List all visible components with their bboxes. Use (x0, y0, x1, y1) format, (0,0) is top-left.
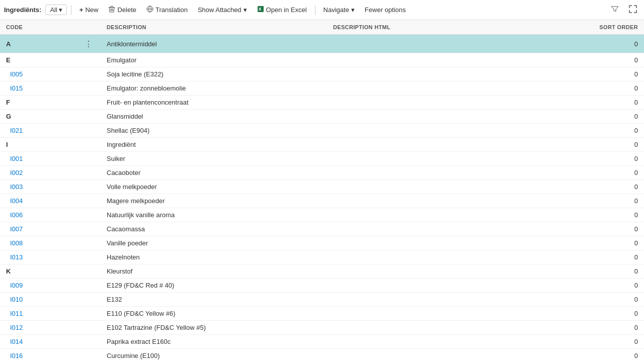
table-row[interactable]: I012E102 Tartrazine (FD&C Yellow #5)0 (0, 321, 644, 335)
open-excel-button[interactable]: X Open in Excel (253, 4, 311, 16)
table-row[interactable]: GGlansmiddel0 (0, 110, 644, 124)
code-value[interactable]: I001 (6, 155, 23, 162)
table-row[interactable]: KKleurstof0 (0, 264, 644, 279)
description-cell: Antiklontermiddel (101, 35, 327, 53)
code-value[interactable]: I011 (6, 310, 23, 317)
code-cell: I008 (0, 236, 101, 250)
code-value[interactable]: I009 (6, 282, 23, 289)
code-value[interactable]: I008 (6, 239, 23, 247)
table-row[interactable]: I005Soja lecitine (E322)0 (0, 67, 644, 81)
header-description[interactable]: DESCRIPTION (101, 20, 327, 35)
table-row[interactable]: I003Volle melkpoeder0 (0, 180, 644, 194)
sort-order-cell: 0 (593, 335, 644, 349)
delete-button[interactable]: Delete (104, 4, 140, 16)
excel-icon: X (257, 6, 264, 14)
code-cell: I015 (0, 81, 101, 96)
table-row[interactable]: IIngrediënt0 (0, 138, 644, 152)
table-row[interactable]: I008Vanille poeder0 (0, 236, 644, 250)
expand-icon-button[interactable] (626, 3, 640, 17)
code-value[interactable]: I010 (6, 296, 23, 303)
header-code[interactable]: CODE (0, 20, 101, 35)
code-value[interactable]: I012 (6, 324, 23, 331)
code-value[interactable]: I002 (6, 169, 23, 176)
description-html-cell (327, 180, 593, 194)
show-attached-chevron-icon: ▾ (244, 6, 247, 14)
code-cell: I014 (0, 335, 101, 349)
table-row[interactable]: I002Cacaoboter0 (0, 166, 644, 180)
svg-text:X: X (258, 7, 261, 12)
translation-icon (146, 6, 153, 14)
sort-order-cell: 0 (593, 194, 644, 208)
code-value[interactable]: I014 (6, 338, 23, 345)
navigate-button[interactable]: Navigate ▾ (319, 4, 359, 16)
table-row[interactable]: I015Emulgator: zonnebloemolie0 (0, 81, 644, 96)
table-row[interactable]: I010E1320 (0, 293, 644, 307)
sort-order-cell: 0 (593, 321, 644, 335)
sort-order-cell: 0 (593, 279, 644, 293)
table-row[interactable]: I007Cacaomassa0 (0, 222, 644, 236)
code-value[interactable]: I007 (6, 225, 23, 233)
fewer-options-button[interactable]: Fewer options (361, 4, 410, 16)
ingredients-label: Ingrediënts: (4, 6, 41, 14)
description-cell: Emulgator (101, 53, 327, 67)
sort-order-cell: 0 (593, 152, 644, 166)
sort-order-cell: 0 (593, 264, 644, 279)
description-html-cell (327, 138, 593, 152)
translation-button[interactable]: Translation (142, 4, 192, 16)
code-value[interactable]: I005 (6, 70, 23, 78)
code-cell: I021 (0, 124, 101, 138)
filter-icon-button[interactable] (608, 3, 622, 17)
table-row[interactable]: I001Suiker0 (0, 152, 644, 166)
code-cell: I001 (0, 152, 101, 166)
table-row[interactable]: I013Hazelnoten0 (0, 250, 644, 264)
code-value: E (6, 56, 11, 64)
filter-all-label: All (50, 6, 57, 14)
table-row[interactable]: I014Paprika extract E160c0 (0, 335, 644, 349)
funnel-icon (611, 5, 619, 15)
table-row[interactable]: FFruit- en plantenconcentraat0 (0, 96, 644, 110)
table-row[interactable]: I016Curcumine (E100)0 (0, 349, 644, 363)
code-value[interactable]: I004 (6, 197, 23, 205)
description-html-cell (327, 279, 593, 293)
description-cell: Ingrediënt (101, 138, 327, 152)
table-row[interactable]: I006Natuurlijk vanille aroma0 (0, 208, 644, 222)
table-row[interactable]: I009E129 (FD&C Red # 40)0 (0, 279, 644, 293)
code-value[interactable]: I006 (6, 211, 23, 219)
description-html-cell (327, 208, 593, 222)
description-cell: Glansmiddel (101, 110, 327, 124)
header-sort-order[interactable]: SORT ORDER (593, 20, 644, 35)
description-html-cell (327, 222, 593, 236)
description-html-cell (327, 349, 593, 363)
code-cell: E (0, 53, 101, 67)
code-cell: I007 (0, 222, 101, 236)
code-value[interactable]: I013 (6, 253, 23, 261)
svg-rect-1 (110, 6, 113, 7)
code-value[interactable]: I015 (6, 84, 23, 92)
code-value[interactable]: I021 (6, 127, 23, 134)
row-actions-menu[interactable]: ⋮ (83, 38, 95, 50)
description-cell: E132 (101, 293, 327, 307)
description-cell: Natuurlijk vanille aroma (101, 208, 327, 222)
sort-order-cell: 0 (593, 124, 644, 138)
ingredients-table: CODE DESCRIPTION DESCRIPTION HTML SORT O… (0, 20, 644, 362)
description-cell: E102 Tartrazine (FD&C Yellow #5) (101, 321, 327, 335)
new-button[interactable]: + New (75, 4, 103, 16)
table-row[interactable]: I011E110 (FD&C Yellow #6)0 (0, 307, 644, 321)
table-row[interactable]: EEmulgator0 (0, 53, 644, 67)
table-row[interactable]: A⋮Antiklontermiddel0 (0, 35, 644, 53)
code-value[interactable]: I016 (6, 352, 23, 359)
show-attached-button[interactable]: Show Attached ▾ (194, 4, 251, 16)
sort-order-cell: 0 (593, 250, 644, 264)
header-description-html[interactable]: DESCRIPTION HTML (327, 20, 593, 35)
sort-order-cell: 0 (593, 67, 644, 81)
table-row[interactable]: I004Magere melkpoeder0 (0, 194, 644, 208)
separator-1 (71, 5, 71, 15)
code-value[interactable]: I003 (6, 183, 23, 191)
description-html-cell (327, 124, 593, 138)
table-row[interactable]: I021Shellac (E904)0 (0, 124, 644, 138)
sort-order-cell: 0 (593, 138, 644, 152)
filter-all-button[interactable]: All ▾ (45, 5, 66, 15)
code-cell: I003 (0, 180, 101, 194)
sort-order-cell: 0 (593, 96, 644, 110)
description-cell: E129 (FD&C Red # 40) (101, 279, 327, 293)
